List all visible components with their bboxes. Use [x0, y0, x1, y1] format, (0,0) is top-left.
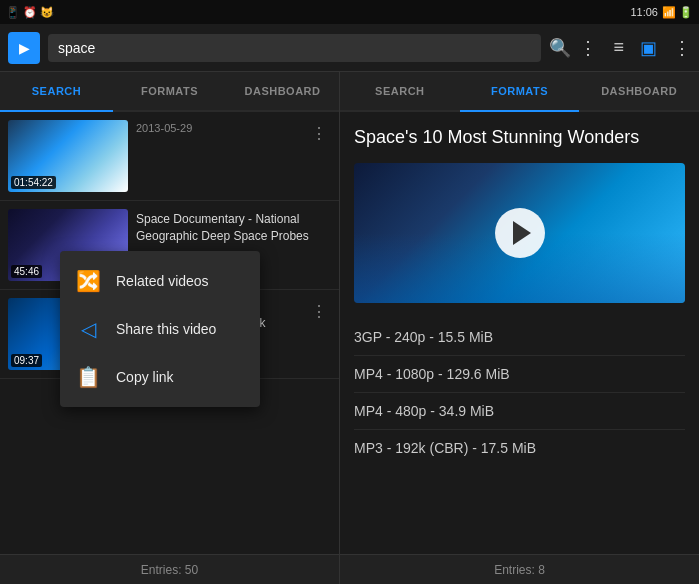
format-item[interactable]: MP3 - 192k (CBR) - 17.5 MiB: [354, 430, 685, 466]
copy-icon: 📋: [76, 365, 100, 389]
video-duration: 45:46: [11, 265, 42, 278]
format-item[interactable]: MP4 - 480p - 34.9 MiB: [354, 393, 685, 430]
left-panel: SEARCH FORMATS DASHBOARD 01:54:22 2013-0…: [0, 72, 340, 584]
toolbar: ▶ space 🔍 ⋮ ≡ ▣ ⋮: [0, 24, 699, 72]
video-duration: 09:37: [11, 354, 42, 367]
list-item[interactable]: 45:46 Space Documentary - National Geogr…: [0, 201, 339, 290]
entries-count-left: Entries: 50: [141, 563, 198, 577]
share-video-button[interactable]: ◁ Share this video: [60, 305, 260, 353]
toolbar-actions: ⋮ ≡ ▣ ⋮: [579, 37, 691, 59]
right-tabs: SEARCH FORMATS DASHBOARD: [340, 72, 699, 112]
status-right-icons: 11:06 📶 🔋: [630, 6, 693, 19]
video-thumbnail: 01:54:22: [8, 120, 128, 192]
grid-view-icon[interactable]: ▣: [640, 37, 657, 59]
copy-link-label: Copy link: [116, 369, 174, 385]
share-icon: ◁: [76, 317, 100, 341]
related-videos-button[interactable]: 🔀 Related videos: [60, 257, 260, 305]
video-preview[interactable]: [354, 163, 685, 303]
more-options-icon[interactable]: ⋮: [307, 120, 331, 147]
search-icon[interactable]: 🔍: [549, 37, 571, 59]
video-list: 01:54:22 2013-05-29 ⋮ 45:46 Space Docume…: [0, 112, 339, 554]
tab-formats-left[interactable]: FORMATS: [113, 72, 226, 112]
video-info: Space Documentary - National Geographic …: [136, 209, 331, 245]
video-info: 2013-05-29: [136, 120, 299, 137]
video-title: Space Documentary - National Geographic …: [136, 211, 331, 245]
toolbar-left: ▶ space 🔍: [8, 32, 571, 64]
app-logo: ▶: [19, 40, 30, 56]
context-menu: 🔀 Related videos ◁ Share this video 📋 Co…: [60, 251, 260, 407]
right-entries-bar: Entries: 8: [340, 554, 699, 584]
more-options-icon[interactable]: ⋮: [307, 298, 331, 325]
formats-list: 3GP - 240p - 15.5 MiB MP4 - 1080p - 129.…: [354, 319, 685, 466]
app-icon[interactable]: ▶: [8, 32, 40, 64]
tab-dashboard-right[interactable]: DASHBOARD: [579, 72, 699, 112]
entries-count-right: Entries: 8: [494, 563, 545, 577]
overflow-icon[interactable]: ⋮: [673, 37, 691, 59]
right-content: Space's 10 Most Stunning Wonders 3GP - 2…: [340, 112, 699, 554]
tab-search-right[interactable]: SEARCH: [340, 72, 460, 112]
left-tabs: SEARCH FORMATS DASHBOARD: [0, 72, 339, 112]
signal-icons: 📶 🔋: [662, 6, 693, 19]
list-view-icon[interactable]: ≡: [613, 37, 624, 58]
left-entries-bar: Entries: 50: [0, 554, 339, 584]
play-button[interactable]: [495, 208, 545, 258]
share-video-label: Share this video: [116, 321, 216, 337]
more-options-icon[interactable]: ⋮: [579, 37, 597, 59]
video-date: 2013-05-29: [136, 122, 299, 134]
status-time: 11:06: [630, 6, 658, 18]
notification-icons: 📱 ⏰ 😺: [6, 6, 54, 19]
list-item[interactable]: 01:54:22 2013-05-29 ⋮: [0, 112, 339, 201]
format-item[interactable]: MP4 - 1080p - 129.6 MiB: [354, 356, 685, 393]
video-duration: 01:54:22: [11, 176, 56, 189]
copy-link-button[interactable]: 📋 Copy link: [60, 353, 260, 401]
status-left-icons: 📱 ⏰ 😺: [6, 6, 54, 19]
status-bar: 📱 ⏰ 😺 11:06 📶 🔋: [0, 0, 699, 24]
format-item[interactable]: 3GP - 240p - 15.5 MiB: [354, 319, 685, 356]
right-video-title: Space's 10 Most Stunning Wonders: [354, 126, 685, 149]
main-panels: SEARCH FORMATS DASHBOARD 01:54:22 2013-0…: [0, 72, 699, 584]
play-icon: [513, 221, 531, 245]
tab-formats-right[interactable]: FORMATS: [460, 72, 580, 112]
related-videos-label: Related videos: [116, 273, 209, 289]
tab-dashboard-left[interactable]: DASHBOARD: [226, 72, 339, 112]
search-input[interactable]: space: [48, 34, 541, 62]
tab-search-left[interactable]: SEARCH: [0, 72, 113, 112]
related-icon: 🔀: [76, 269, 100, 293]
right-panel: SEARCH FORMATS DASHBOARD Space's 10 Most…: [340, 72, 699, 584]
